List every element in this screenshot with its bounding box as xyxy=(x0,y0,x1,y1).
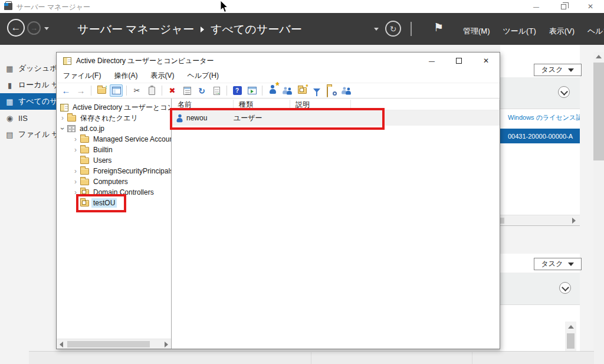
cut-icon[interactable]: ✂ xyxy=(130,84,143,97)
new-ou-icon[interactable]: * xyxy=(296,84,308,97)
aduc-menu-item[interactable]: 表示(V) xyxy=(144,71,180,81)
tree-item[interactable]: ›Computers xyxy=(57,176,171,187)
folder-icon xyxy=(67,115,76,122)
delete-icon[interactable]: ✖ xyxy=(166,84,179,97)
expand-icon[interactable]: › xyxy=(72,146,79,154)
sidebar: ▦ダッシュボー▮ローカル サ▦すべてのサ◉IIS▤ファイル サ xyxy=(0,45,56,364)
tree-item[interactable]: ›Managed Service Accounts xyxy=(57,134,171,145)
tasks-button-top[interactable]: タスク xyxy=(534,64,582,76)
tree-item[interactable]: ›ad.co.jp xyxy=(57,123,171,134)
tree-item[interactable]: ›Builtin xyxy=(57,145,171,155)
console-tree: Active Directory ユーザーとコンピューター›保存されたクエリ›a… xyxy=(57,99,171,208)
scroll-right-icon[interactable] xyxy=(165,342,168,347)
scrollbar-thumb[interactable] xyxy=(593,63,604,160)
folder-icon xyxy=(80,179,89,185)
tree-item[interactable]: ›保存されたクエリ xyxy=(57,113,171,123)
up-one-level-icon[interactable]: ↑ xyxy=(95,84,108,97)
scroll-right-icon[interactable] xyxy=(572,218,576,224)
header-menu-item[interactable]: 管理(M) xyxy=(463,26,490,37)
scroll-up-icon[interactable] xyxy=(568,325,574,329)
server-manager-header: ← → サーバー マネージャー すべてのサーバー ↻ ⚑ 管理(M)ツール(T)… xyxy=(0,13,604,45)
refresh-icon[interactable]: ↻ xyxy=(195,84,208,97)
scrollbar-thumb[interactable] xyxy=(500,218,504,224)
tree-item-label: Users xyxy=(91,156,113,165)
aduc-menu-item[interactable]: ファイル(F) xyxy=(57,71,107,81)
help-icon[interactable]: ? xyxy=(231,84,244,97)
collapse-icon[interactable]: › xyxy=(58,125,67,132)
aduc-menu-item[interactable]: 操作(A) xyxy=(107,71,144,81)
header-menu-item[interactable]: 表示(V) xyxy=(549,26,575,37)
find-icon[interactable] xyxy=(325,84,338,97)
notifications-flag-icon[interactable]: ⚑ xyxy=(434,21,444,34)
tree-item[interactable]: ›ForeignSecurityPrincipals xyxy=(57,166,171,176)
minimize-icon[interactable] xyxy=(523,0,550,13)
window-title: サーバー マネージャー xyxy=(17,2,90,12)
tile-horizontal-scrollbar[interactable] xyxy=(500,215,580,225)
close-icon[interactable] xyxy=(472,53,500,69)
sidebar-item-file-services[interactable]: ▤ファイル サ xyxy=(0,126,56,143)
tasks-dropdown-icon xyxy=(568,68,574,72)
collapse-chevron-icon[interactable] xyxy=(559,282,571,294)
minimize-icon[interactable] xyxy=(418,53,445,69)
expand-icon[interactable]: › xyxy=(59,114,66,122)
maximize-icon[interactable] xyxy=(445,53,472,69)
root-icon xyxy=(60,104,68,112)
sidebar-item-dashboard[interactable]: ▦ダッシュボー xyxy=(0,60,56,77)
tree-item-label: Builtin xyxy=(91,145,114,155)
expand-icon[interactable]: › xyxy=(72,167,79,175)
sidebar-item-label: IIS xyxy=(18,114,28,123)
tree-item-label: ad.co.jp xyxy=(78,124,106,133)
console-tree-pane: Active Directory ユーザーとコンピューター›保存されたクエリ›a… xyxy=(57,99,172,349)
sidebar-item-label: ダッシュボー xyxy=(18,63,56,74)
aduc-titlebar[interactable]: Active Directory ユーザーとコンピューター xyxy=(57,53,500,69)
refresh-dropdown-icon[interactable] xyxy=(374,28,379,31)
back-icon[interactable]: ← xyxy=(60,84,73,97)
nav-dropdown-icon[interactable] xyxy=(44,27,49,30)
header-menu-item[interactable]: ヘルプ(H) xyxy=(587,26,604,37)
product-id-row[interactable]: 00431-20000-00000-A xyxy=(500,129,580,143)
windows-license-column-header[interactable]: Windows のライセンス認 xyxy=(508,113,580,122)
scrollbar-thumb[interactable] xyxy=(67,341,150,347)
close-icon[interactable] xyxy=(577,0,604,13)
breadcrumb-separator-icon xyxy=(201,27,204,32)
scroll-up-icon[interactable] xyxy=(596,55,602,58)
forward-icon[interactable]: → xyxy=(74,84,87,97)
sidebar-item-iis[interactable]: ◉IIS xyxy=(0,110,56,126)
aduc-menu-item[interactable]: ヘルプ(H) xyxy=(180,71,225,81)
change-domain-icon[interactable] xyxy=(340,84,353,97)
page-scrollbar[interactable] xyxy=(593,52,604,364)
new-group-icon[interactable] xyxy=(281,84,294,97)
tree-item[interactable]: Active Directory ユーザーとコンピューター xyxy=(57,102,171,113)
tasks-button-bottom[interactable]: タスク xyxy=(534,258,582,270)
object-list-pane: 名前種類説明 newouユーザー xyxy=(172,99,500,349)
tree-horizontal-scrollbar[interactable] xyxy=(57,339,171,349)
refresh-icon[interactable]: ↻ xyxy=(385,21,401,37)
properties-icon[interactable] xyxy=(180,84,193,97)
breadcrumb-current[interactable]: すべてのサーバー xyxy=(211,22,302,37)
paste-icon[interactable] xyxy=(145,84,158,97)
scrollbar-thumb[interactable] xyxy=(567,333,575,349)
open-new-window-icon[interactable] xyxy=(245,84,258,97)
export-list-icon[interactable]: → xyxy=(210,84,223,97)
restore-icon[interactable] xyxy=(550,0,577,13)
collapse-chevron-icon[interactable] xyxy=(558,86,570,98)
expand-icon[interactable]: › xyxy=(72,178,79,186)
header-menu-item[interactable]: ツール(T) xyxy=(503,26,536,37)
breadcrumb-root[interactable]: サーバー マネージャー xyxy=(77,22,194,37)
filter-icon[interactable] xyxy=(310,84,323,97)
new-user-icon[interactable]: * xyxy=(266,84,279,97)
scroll-left-icon[interactable] xyxy=(60,342,63,347)
tree-item[interactable]: Users xyxy=(57,155,171,166)
show-console-tree-icon[interactable] xyxy=(110,84,123,97)
file-services-icon: ▤ xyxy=(5,130,15,139)
back-button[interactable]: ← xyxy=(7,19,25,37)
tree-item-label: Active Directory ユーザーとコンピューター xyxy=(71,102,172,113)
sidebar-item-label: すべてのサ xyxy=(18,96,56,107)
expand-icon[interactable]: › xyxy=(72,135,79,143)
forward-button[interactable]: → xyxy=(27,21,41,35)
header-menu: 管理(M)ツール(T)表示(V)ヘルプ(H) xyxy=(463,26,604,37)
folder-icon xyxy=(80,168,89,175)
sidebar-item-local-server[interactable]: ▮ローカル サ xyxy=(0,77,56,93)
aduc-window: Active Directory ユーザーとコンピューター ファイル(F)操作(… xyxy=(56,52,500,349)
sidebar-item-all-servers[interactable]: ▦すべてのサ xyxy=(0,93,56,110)
